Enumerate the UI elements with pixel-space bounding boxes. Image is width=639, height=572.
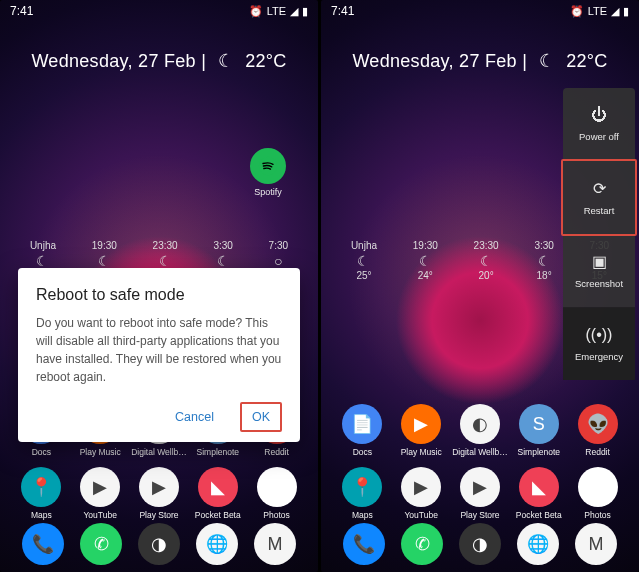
- ok-highlight: OK: [240, 402, 282, 432]
- weather-temp: 24°: [413, 270, 438, 281]
- weather-label: 23:30: [474, 240, 499, 251]
- lte-label: LTE: [588, 5, 607, 17]
- screen-left: 7:41 ⏰ LTE ◢ ▮ Wednesday, 27 Feb | ☾ 22°…: [0, 0, 318, 572]
- dock-camera[interactable]: ◑: [138, 523, 180, 568]
- status-time: 7:41: [10, 4, 33, 18]
- poweroff-icon: ⏻: [567, 106, 631, 124]
- power-restart[interactable]: ⟳ Restart: [561, 159, 637, 236]
- power-label: Emergency: [575, 351, 623, 362]
- app-icon: 🌐: [517, 523, 559, 565]
- weather-label: 19:30: [92, 240, 117, 251]
- app-docs[interactable]: 📄 Docs: [333, 404, 392, 457]
- app-label: YouTube: [392, 510, 451, 520]
- weather-icon: ○: [269, 253, 288, 269]
- app-icon: ✆: [401, 523, 443, 565]
- dock-gmail[interactable]: M: [254, 523, 296, 568]
- weather-cell: 19:30 ☾ 24°: [413, 240, 438, 281]
- app-icon: ✆: [80, 523, 122, 565]
- app-play-music[interactable]: ▶ Play Music: [392, 404, 451, 457]
- dock-chrome[interactable]: 🌐: [517, 523, 559, 568]
- signal-icon: ◢: [290, 5, 298, 18]
- app-icon: M: [254, 523, 296, 565]
- power-label: Screenshot: [575, 278, 623, 289]
- app-label: Docs: [333, 447, 392, 457]
- app-icon: 📞: [22, 523, 64, 565]
- app-label: Reddit: [247, 447, 306, 457]
- dock-gmail[interactable]: M: [575, 523, 617, 568]
- date-temp: 22°C: [245, 51, 286, 71]
- dock-phone[interactable]: 📞: [343, 523, 385, 568]
- app-youtube[interactable]: ▶ YouTube: [71, 467, 130, 520]
- status-icons: ⏰ LTE ◢ ▮: [249, 5, 308, 18]
- dock-whatsapp[interactable]: ✆: [401, 523, 443, 568]
- date-widget[interactable]: Wednesday, 27 Feb | ☾ 22°C: [0, 50, 318, 72]
- power-emergency[interactable]: ((•)) Emergency: [563, 308, 635, 380]
- date-sep: |: [201, 51, 206, 71]
- spotify-widget[interactable]: Spotify: [250, 148, 286, 197]
- app-youtube[interactable]: ▶ YouTube: [392, 467, 451, 520]
- app-maps[interactable]: 📍 Maps: [333, 467, 392, 520]
- app-icon: ◣: [519, 467, 559, 507]
- app-reddit[interactable]: 👽 Reddit: [568, 404, 627, 457]
- app-icon: 👽: [578, 404, 618, 444]
- dialog-title: Reboot to safe mode: [36, 286, 282, 304]
- weather-icon: ☾: [92, 253, 117, 269]
- app-pocket-beta[interactable]: ◣ Pocket Beta: [188, 467, 247, 520]
- date-temp: 22°C: [566, 51, 607, 71]
- weather-label: Unjha: [351, 240, 377, 251]
- dock-chrome[interactable]: 🌐: [196, 523, 238, 568]
- app-icon: ◑: [138, 523, 180, 565]
- weather-icon: ☾: [153, 253, 178, 269]
- app-label: Docs: [12, 447, 71, 457]
- app-photos[interactable]: ✦ Photos: [247, 467, 306, 520]
- app-play-store[interactable]: ▶ Play Store: [130, 467, 189, 520]
- app-simplenote[interactable]: S Simplenote: [509, 404, 568, 457]
- app-icon: 🌐: [196, 523, 238, 565]
- app-pocket-beta[interactable]: ◣ Pocket Beta: [509, 467, 568, 520]
- date-widget[interactable]: Wednesday, 27 Feb | ☾ 22°C: [321, 50, 639, 72]
- app-icon: ▶: [401, 467, 441, 507]
- app-play-store[interactable]: ▶ Play Store: [451, 467, 510, 520]
- app-icon: ✦: [578, 467, 618, 507]
- app-icon: ◣: [198, 467, 238, 507]
- app-icon: M: [575, 523, 617, 565]
- app-label: Digital Wellb…: [130, 447, 189, 457]
- app-digital-wellb-[interactable]: ◐ Digital Wellb…: [451, 404, 510, 457]
- emergency-icon: ((•)): [567, 326, 631, 344]
- ok-button[interactable]: OK: [244, 406, 278, 428]
- app-icon: ◐: [460, 404, 500, 444]
- dock-whatsapp[interactable]: ✆: [80, 523, 122, 568]
- dialog-message: Do you want to reboot into safe mode? Th…: [36, 314, 282, 386]
- app-label: Digital Wellb…: [451, 447, 510, 457]
- app-label: Pocket Beta: [509, 510, 568, 520]
- app-label: Play Store: [130, 510, 189, 520]
- weather-label: 3:30: [534, 240, 553, 251]
- weather-cell: 23:30 ☾ 20°: [474, 240, 499, 281]
- cancel-button[interactable]: Cancel: [167, 404, 222, 430]
- app-icon: 📍: [21, 467, 61, 507]
- weather-icon: ☾: [30, 253, 56, 269]
- app-icon: 📞: [343, 523, 385, 565]
- dock-phone[interactable]: 📞: [22, 523, 64, 568]
- app-icon: ✦: [257, 467, 297, 507]
- moon-icon: ☾: [539, 51, 555, 71]
- app-grid: 📄 Docs▶ Play Music◐ Digital Wellb…S Simp…: [321, 404, 639, 520]
- app-photos[interactable]: ✦ Photos: [568, 467, 627, 520]
- app-maps[interactable]: 📍 Maps: [12, 467, 71, 520]
- power-screenshot[interactable]: ▣ Screenshot: [563, 234, 635, 308]
- weather-label: 19:30: [413, 240, 438, 251]
- dock-camera[interactable]: ◑: [459, 523, 501, 568]
- weather-icon: ☾: [351, 253, 377, 269]
- date-text: Wednesday, 27 Feb: [352, 51, 517, 71]
- spotify-icon: [250, 148, 286, 184]
- power-poweroff[interactable]: ⏻ Power off: [563, 88, 635, 161]
- battery-icon: ▮: [302, 5, 308, 18]
- dock: 📞✆◑🌐M: [0, 523, 318, 568]
- lte-label: LTE: [267, 5, 286, 17]
- alarm-icon: ⏰: [570, 5, 584, 18]
- status-bar: 7:41 ⏰ LTE ◢ ▮: [0, 0, 318, 20]
- app-icon: 📍: [342, 467, 382, 507]
- app-label: Play Music: [392, 447, 451, 457]
- weather-icon: ☾: [213, 253, 232, 269]
- app-label: Maps: [12, 510, 71, 520]
